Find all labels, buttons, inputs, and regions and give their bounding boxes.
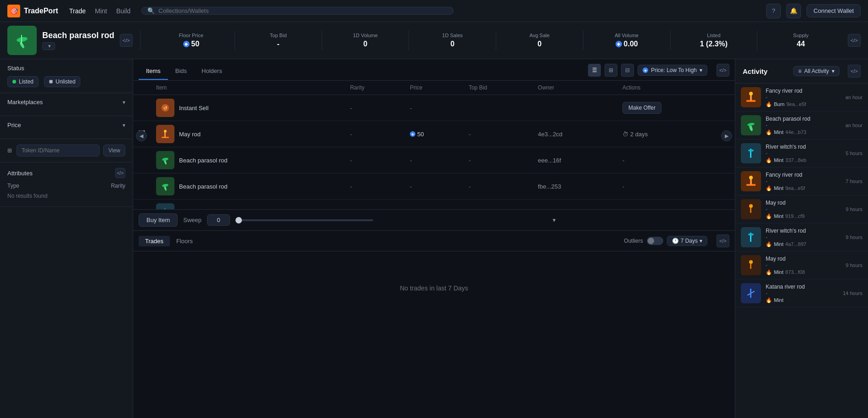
col-owner: Owner (532, 81, 617, 95)
attributes-code-button[interactable]: </> (115, 168, 125, 178)
activity-info: Katana river rod - 🔥 Mint (766, 284, 830, 303)
activity-code-button[interactable]: </> (848, 65, 861, 78)
activity-item[interactable]: May rod - 🔥 Mint 919...cf9 9 hours (735, 195, 868, 223)
activity-filter-button[interactable]: ≡ All Activity ▾ (793, 66, 840, 76)
row-owner: 4e3...2cd (532, 121, 617, 147)
svg-point-20 (748, 150, 754, 152)
price-expand[interactable]: ▾ (123, 122, 125, 128)
buy-item-button[interactable]: Buy Item (139, 213, 178, 227)
items-code-button[interactable]: </> (717, 64, 729, 77)
item-name: Instant Sell (179, 105, 208, 111)
activity-meta: 🔥 Mint (766, 297, 830, 303)
row-action: - (617, 147, 735, 173)
activity-price: - (766, 150, 830, 156)
stat-supply: Supply 44 (757, 31, 844, 50)
nav-right: ? 🔔 Connect Wallet (766, 4, 861, 18)
next-button[interactable]: ▶ (721, 130, 732, 141)
search-bar[interactable]: 🔍 (141, 7, 454, 15)
row-item-cell: ↺ Instant Sell (151, 95, 345, 121)
unlisted-dot: ✕ (49, 80, 53, 84)
activity-time: an hour (835, 95, 862, 100)
list-view-button[interactable]: ☰ (588, 64, 601, 77)
activity-price: - (766, 262, 830, 268)
activity-item[interactable]: River witch's rod - 🔥 Mint 4a7...897 9 h… (735, 223, 868, 251)
stat-top-bid: Top Bid - (235, 31, 322, 50)
sort-label: Price: Low To High (651, 67, 697, 73)
attr-type-row: Type Rarity (7, 183, 125, 189)
row-top-bid: - (463, 173, 532, 200)
activity-name: May rod (766, 200, 830, 206)
price-section: Price ▾ (0, 116, 133, 139)
collapse-arrow[interactable]: ▾ (379, 217, 729, 223)
sweep-input[interactable] (207, 214, 230, 226)
activity-time: an hour (835, 123, 862, 128)
days-filter-button[interactable]: 🕐 7 Days ▾ (667, 236, 707, 246)
activity-action-label: Mint (774, 269, 784, 275)
outliers-toggle[interactable] (647, 237, 663, 245)
nav-mint[interactable]: Mint (95, 7, 107, 15)
main-layout: Status Listed ✕ Unlisted Marketplaces ▾ (0, 59, 868, 418)
table-row: Beach parasol rod - - - eee...16f - (133, 147, 735, 173)
timer-icon: ⏱ (622, 131, 628, 138)
filter-icon: ≡ (798, 68, 801, 74)
tab-trades[interactable]: Trades (139, 236, 170, 246)
header-code-button[interactable]: </> (848, 34, 861, 47)
info-badge[interactable]: ▾ (42, 42, 55, 50)
items-table-container: Item Rarity Price Top Bid Owner Actions (133, 81, 735, 209)
tab-holders[interactable]: Holders (194, 65, 230, 80)
mint-icon: 🔥 (766, 269, 772, 275)
row-action[interactable]: Make Offer (617, 95, 735, 121)
prev-button[interactable]: ◀ (136, 130, 147, 141)
tab-items[interactable]: Items (139, 65, 168, 80)
token-input[interactable] (17, 145, 100, 156)
item-thumb (156, 125, 174, 143)
trades-section: Trades Floors Outliers 🕐 7 Days ▾ </> No… (133, 230, 735, 418)
notifications-button[interactable]: 🔔 (786, 4, 801, 18)
search-input[interactable] (158, 7, 448, 14)
stat-avg-sale: Avg Sale 0 (496, 31, 583, 50)
collection-code-button[interactable]: </> (120, 34, 133, 47)
activity-name: Fancy river rod (766, 88, 830, 94)
grid-view-button[interactable]: ⊞ (605, 64, 617, 77)
activity-item[interactable]: Katana river rod - 🔥 Mint 14 hours (735, 279, 868, 307)
connect-wallet-button[interactable]: Connect Wallet (806, 4, 861, 17)
listed-badge[interactable]: Listed (7, 76, 39, 87)
sort-button[interactable]: ◈ Price: Low To High ▾ (638, 65, 707, 76)
activity-thumb (741, 87, 761, 107)
activity-item[interactable]: River witch's rod - 🔥 Mint 337...8eb 5 h… (735, 139, 868, 167)
activity-item[interactable]: Fancy river rod - 🔥 Mint 9ea...e5f 7 hou… (735, 167, 868, 195)
table-row: ↺ Instant Sell - - Make Offer (133, 95, 735, 121)
algo-icon: ◈ (183, 41, 190, 47)
tab-bids[interactable]: Bids (168, 65, 194, 80)
activity-meta: 🔥 Mint 44e...b73 (766, 129, 830, 135)
sweep-slider[interactable] (235, 219, 373, 221)
make-offer-button[interactable]: Make Offer (622, 102, 661, 114)
activity-action-label: Mint (774, 213, 784, 219)
large-grid-view-button[interactable]: ⊟ (621, 64, 634, 77)
activity-meta: 🔥 Mint 9ea...e5f (766, 185, 830, 191)
nav-build[interactable]: Build (116, 7, 130, 15)
nav-trade[interactable]: Trade (69, 7, 86, 15)
days-label: 7 Days (681, 238, 698, 244)
view-button[interactable]: View (103, 145, 125, 156)
row-top-bid: - (463, 121, 532, 147)
activity-item[interactable]: May rod - 🔥 Mint 873...f08 9 hours (735, 251, 868, 279)
marketplaces-title: Marketplaces ▾ (7, 99, 125, 106)
unlisted-badge[interactable]: ✕ Unlisted (44, 76, 80, 87)
table-row: May rod - ◈ 50 - 4e3...2cd (133, 121, 735, 147)
days-chevron: ▾ (700, 238, 702, 244)
nav-links: Trade Mint Build (69, 7, 131, 15)
row-owner (532, 95, 617, 121)
logo[interactable]: 🎯 TradePort (7, 5, 58, 17)
row-action: ⏱ 2 days (617, 121, 735, 147)
attributes-title: Attributes </> (7, 168, 125, 178)
activity-item[interactable]: Beach parasol rod - 🔥 Mint 44e...b73 an … (735, 111, 868, 139)
activity-panel: Activity ≡ All Activity ▾ </> Fancy rive… (735, 59, 868, 418)
activity-controls: ≡ All Activity ▾ </> (793, 65, 861, 78)
help-button[interactable]: ? (766, 4, 781, 18)
items-table: Item Rarity Price Top Bid Owner Actions (133, 81, 735, 209)
tab-floors[interactable]: Floors (170, 236, 199, 246)
marketplaces-expand[interactable]: ▾ (123, 99, 125, 106)
activity-item[interactable]: Fancy river rod - 🔥 Burn 9ea...e5f an ho… (735, 84, 868, 111)
trades-code-button[interactable]: </> (717, 234, 729, 247)
